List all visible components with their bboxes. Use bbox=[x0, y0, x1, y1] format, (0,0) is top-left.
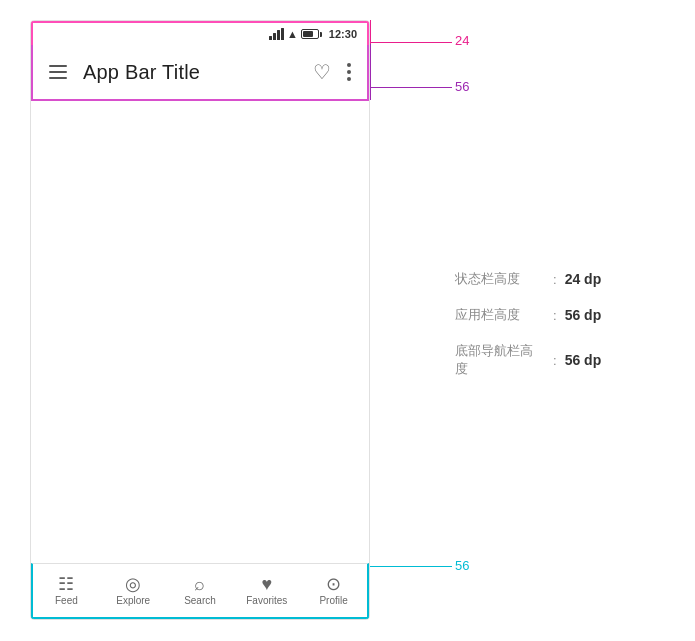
battery-icon bbox=[301, 29, 322, 39]
more-options-icon[interactable] bbox=[347, 63, 351, 81]
spec-colon-3: : bbox=[553, 353, 557, 368]
spec-row-bottom-nav: 底部导航栏高度 : 56 dp bbox=[455, 342, 675, 378]
nav-item-feed[interactable]: ☷ Feed bbox=[33, 575, 100, 606]
explore-label: Explore bbox=[116, 595, 150, 606]
spec-label-bottom-nav: 底部导航栏高度 bbox=[455, 342, 545, 378]
hamburger-icon[interactable] bbox=[49, 65, 67, 79]
profile-label: Profile bbox=[319, 595, 347, 606]
explore-icon: ◎ bbox=[125, 575, 141, 593]
annotation-line-bottom-nav-h bbox=[370, 566, 452, 567]
app-bar-title: App Bar Title bbox=[83, 61, 297, 84]
spec-value-status-bar: 24 dp bbox=[565, 271, 602, 287]
spec-label-app-bar: 应用栏高度 bbox=[455, 306, 545, 324]
favorites-icon: ♥ bbox=[261, 575, 272, 593]
phone-mockup: ▲ 12:30 App Bar Title ♡ ☷ Feed ◎ bbox=[30, 20, 370, 620]
spec-colon-2: : bbox=[553, 308, 557, 323]
annotation-line-app-bar bbox=[370, 44, 371, 100]
spec-value-app-bar: 56 dp bbox=[565, 307, 602, 323]
search-label: Search bbox=[184, 595, 216, 606]
spec-label-status-bar: 状态栏高度 bbox=[455, 270, 545, 288]
favorite-icon[interactable]: ♡ bbox=[313, 62, 331, 82]
annotation-56-bottom: 56 bbox=[455, 558, 469, 573]
specs-panel: 状态栏高度 : 24 dp 应用栏高度 : 56 dp 底部导航栏高度 : 56… bbox=[455, 270, 675, 396]
signal-icon bbox=[269, 28, 284, 40]
annotation-line-status-bar-h bbox=[370, 42, 452, 43]
wifi-icon: ▲ bbox=[287, 28, 298, 40]
status-bar-icons: ▲ 12:30 bbox=[269, 28, 357, 40]
favorites-label: Favorites bbox=[246, 595, 287, 606]
feed-icon: ☷ bbox=[58, 575, 74, 593]
search-icon: ⌕ bbox=[194, 575, 205, 593]
nav-item-favorites[interactable]: ♥ Favorites bbox=[233, 575, 300, 606]
nav-item-search[interactable]: ⌕ Search bbox=[167, 575, 234, 606]
profile-icon: ⊙ bbox=[326, 575, 341, 593]
spec-value-bottom-nav: 56 dp bbox=[565, 352, 602, 368]
status-bar: ▲ 12:30 bbox=[31, 21, 369, 45]
feed-label: Feed bbox=[55, 595, 78, 606]
spec-colon-1: : bbox=[553, 272, 557, 287]
time-display: 12:30 bbox=[329, 28, 357, 40]
nav-item-profile[interactable]: ⊙ Profile bbox=[300, 575, 367, 606]
main-content bbox=[31, 101, 369, 563]
bottom-navigation: ☷ Feed ◎ Explore ⌕ Search ♥ Favorites ⊙ … bbox=[31, 563, 369, 619]
spec-row-app-bar: 应用栏高度 : 56 dp bbox=[455, 306, 675, 324]
spec-row-status-bar: 状态栏高度 : 24 dp bbox=[455, 270, 675, 288]
annotation-line-app-bar-h bbox=[370, 87, 452, 88]
annotation-56-top: 56 bbox=[455, 79, 469, 94]
app-bar: App Bar Title ♡ bbox=[31, 45, 369, 101]
annotation-24: 24 bbox=[455, 33, 469, 48]
nav-item-explore[interactable]: ◎ Explore bbox=[100, 575, 167, 606]
